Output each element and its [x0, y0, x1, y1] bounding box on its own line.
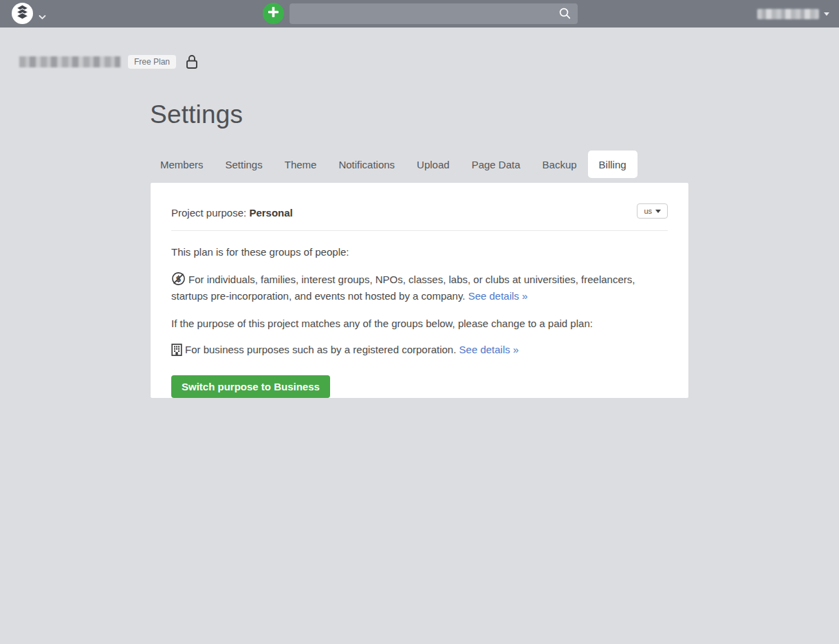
purpose-label: Project purpose: [171, 207, 249, 219]
switch-purpose-button[interactable]: Switch purpose to Business [171, 375, 330, 398]
tab-backup[interactable]: Backup [532, 151, 588, 178]
page-title: Settings [150, 100, 243, 129]
project-switcher-chevron-down-icon[interactable] [39, 10, 46, 23]
project-logo-button[interactable] [12, 3, 33, 24]
divider [171, 230, 668, 231]
locale-dropdown[interactable]: us [637, 203, 668, 219]
user-name-redacted [757, 9, 819, 19]
tab-billing[interactable]: Billing [588, 151, 638, 178]
search-input[interactable] [290, 3, 578, 24]
settings-tabs: Members Settings Theme Notifications Upl… [149, 151, 638, 178]
tab-notifications[interactable]: Notifications [327, 151, 406, 178]
navbar [0, 0, 839, 27]
tab-members[interactable]: Members [149, 151, 215, 178]
personal-see-details-link[interactable]: See details » [468, 290, 528, 302]
paid-plan-notice: If the purpose of this project matches a… [171, 317, 668, 331]
tab-page-data[interactable]: Page Data [461, 151, 532, 178]
building-icon [171, 344, 182, 359]
user-menu[interactable] [757, 0, 829, 27]
caret-down-icon [824, 12, 829, 16]
project-header: Free Plan [19, 54, 198, 69]
personal-plan-text: For individuals, families, interest grou… [171, 274, 635, 302]
plus-icon [268, 6, 279, 21]
purpose-value: Personal [249, 207, 292, 219]
new-page-button[interactable] [263, 3, 284, 24]
plan-badge: Free Plan [128, 55, 176, 69]
plan-intro-text: This plan is for these groups of people: [171, 245, 668, 259]
scrapbox-logo-icon [16, 5, 29, 22]
personal-plan-description: $ For individuals, families, interest gr… [171, 271, 668, 303]
tab-settings[interactable]: Settings [215, 151, 274, 178]
business-plan-description: For business purposes such as by a regis… [171, 343, 668, 359]
locale-value: us [644, 207, 652, 215]
project-purpose-text: Project purpose: Personal [171, 203, 293, 219]
non-commercial-icon: $ [171, 271, 186, 289]
business-plan-text: For business purposes such as by a regis… [185, 344, 456, 355]
billing-panel: Project purpose: Personal us This plan i… [151, 183, 688, 398]
project-title-redacted [19, 56, 120, 67]
tab-upload[interactable]: Upload [406, 151, 461, 178]
caret-down-icon [655, 210, 661, 213]
business-see-details-link[interactable]: See details » [459, 344, 519, 355]
tab-theme[interactable]: Theme [274, 151, 328, 178]
lock-icon [186, 54, 198, 69]
